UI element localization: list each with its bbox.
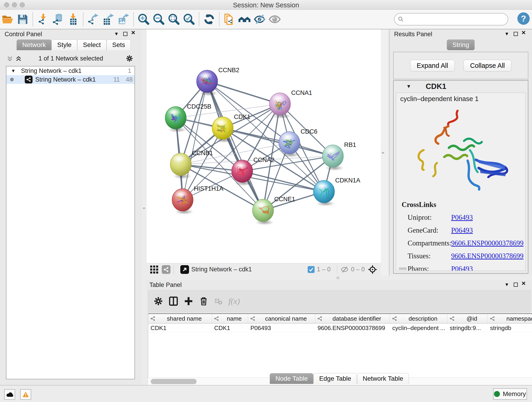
- tab-select[interactable]: Select: [77, 39, 107, 50]
- export-image-button[interactable]: [116, 12, 131, 27]
- crosslink-link[interactable]: P06493: [451, 226, 473, 235]
- delete-column-trash-icon[interactable]: [199, 296, 209, 306]
- table-settings-gear-icon[interactable]: [153, 296, 163, 306]
- show-all-button[interactable]: [267, 12, 282, 27]
- crosslink-link[interactable]: 9606.ENSP00000378699: [451, 239, 524, 247]
- collapse-all-button[interactable]: Collapse All: [463, 60, 512, 71]
- cell-namespace[interactable]: stringdb: [488, 324, 532, 332]
- node-label-CCNB1: CCNB1: [192, 150, 213, 157]
- memory-button[interactable]: Memory: [493, 388, 527, 400]
- results-scrollbar-thumb[interactable]: [399, 268, 407, 270]
- crosslink-link[interactable]: P06493: [451, 213, 473, 222]
- string-tab-label[interactable]: String: [447, 39, 475, 50]
- function-builder-icon-disabled: f(x): [228, 296, 240, 306]
- search-input[interactable]: [404, 16, 500, 23]
- gear-icon[interactable]: [126, 55, 133, 62]
- search-box[interactable]: [394, 13, 508, 26]
- collapse-gene-icon[interactable]: ▼: [406, 83, 411, 89]
- clone-network-button[interactable]: [222, 12, 237, 27]
- network-collection-row[interactable]: ▼ String Network – cdk1 1: [6, 66, 134, 75]
- gene-description: cyclin–dependent kinase 1: [400, 95, 525, 103]
- panel-float-icon[interactable]: [514, 32, 518, 36]
- crosslink-row: Uniprot:P06493: [396, 213, 525, 222]
- tab-sets[interactable]: Sets: [107, 39, 131, 50]
- open-file-button[interactable]: [0, 12, 15, 27]
- table-panel-header: Table Panel ▾ ×: [147, 280, 532, 289]
- tab-node-table[interactable]: Node Table: [270, 373, 313, 384]
- fit-content-crosshair-icon[interactable]: [368, 265, 377, 274]
- cell-@id[interactable]: stringdb:9...: [447, 324, 488, 332]
- panel-float-icon[interactable]: [514, 283, 518, 287]
- import-network-database-button[interactable]: [51, 12, 65, 27]
- panel-close-icon[interactable]: ×: [521, 30, 526, 36]
- table-row[interactable]: CDK1CDK1P064939606.ENSP00000378699cyclin…: [148, 324, 532, 332]
- cell-database-identifier[interactable]: 9606.ENSP00000378699: [315, 324, 390, 332]
- warning-triangle-icon: [22, 391, 29, 397]
- zoom-selected-button[interactable]: [181, 12, 196, 27]
- export-table-icon: [102, 13, 114, 26]
- cell-shared-name[interactable]: CDK1: [148, 324, 212, 332]
- show-columns-icon[interactable]: [168, 296, 178, 306]
- cell-canonical-name[interactable]: P06493: [248, 324, 315, 332]
- right-splitter-handle[interactable]: [381, 150, 385, 155]
- panel-close-icon[interactable]: ×: [521, 280, 526, 286]
- gene-card-header[interactable]: ▼ CDK1: [394, 81, 528, 92]
- hide-selected-button[interactable]: [252, 12, 267, 27]
- column-header-namespace[interactable]: namespace: [488, 314, 532, 323]
- crosslink-label: Tissues:: [408, 252, 451, 260]
- import-network-file-button[interactable]: [35, 12, 51, 27]
- cloud-status-button[interactable]: [4, 389, 15, 400]
- tab-edge-table[interactable]: Edge Table: [313, 373, 357, 384]
- tab-style[interactable]: Style: [51, 39, 77, 50]
- tab-network-table[interactable]: Network Table: [357, 373, 409, 384]
- column-header-database-identifier[interactable]: database identifier: [315, 314, 390, 323]
- left-splitter-handle[interactable]: [142, 206, 146, 211]
- cloud-icon: [6, 391, 13, 397]
- cell-name[interactable]: CDK1: [212, 324, 248, 332]
- help-button[interactable]: ?: [517, 12, 530, 25]
- import-table-button[interactable]: [65, 12, 81, 27]
- zoom-fit-button[interactable]: [166, 12, 181, 27]
- eye-icon: [268, 13, 281, 26]
- zoom-in-button[interactable]: [136, 12, 151, 27]
- panel-menu-icon[interactable]: ▾: [114, 31, 119, 37]
- cell-description[interactable]: cyclin–dependent ...: [390, 324, 447, 332]
- export-network-icon: [87, 13, 99, 26]
- panel-close-icon[interactable]: ×: [131, 30, 135, 36]
- string-tab[interactable]: String: [447, 39, 475, 50]
- network-row[interactable]: String Network – cdk1 11 48: [6, 75, 134, 84]
- save-session-button[interactable]: [15, 12, 30, 27]
- panel-float-icon[interactable]: [123, 32, 127, 36]
- column-header-canonical-name[interactable]: canonical name: [248, 314, 315, 323]
- node-label-CCNA2: CCNA2: [253, 157, 274, 163]
- tree-expand-icon[interactable]: ▼: [11, 68, 16, 74]
- crosslink-link[interactable]: 9606.ENSP00000378699: [451, 252, 524, 260]
- grid-view-icon[interactable]: [150, 265, 158, 274]
- selected-checkbox-icon[interactable]: [308, 266, 315, 273]
- zoom-out-button[interactable]: [151, 12, 166, 27]
- tab-network[interactable]: Network: [17, 39, 51, 50]
- column-header-@id[interactable]: @id: [447, 314, 488, 323]
- column-header-shared-name[interactable]: shared name: [148, 314, 212, 323]
- add-column-icon[interactable]: [184, 296, 194, 306]
- network-view-icon[interactable]: [162, 265, 171, 274]
- control-panel-title: Control Panel: [5, 31, 42, 38]
- column-header-description[interactable]: description: [390, 314, 447, 323]
- crosslink-link[interactable]: P06493: [451, 265, 473, 271]
- right-splitter[interactable]: [381, 29, 389, 275]
- horizontal-splitter-handle[interactable]: [336, 276, 340, 279]
- expand-all-button[interactable]: Expand All: [410, 60, 455, 71]
- node-table: shared namenamecanonical namedatabase id…: [148, 313, 532, 377]
- left-splitter[interactable]: [142, 29, 147, 385]
- refresh-button[interactable]: [202, 12, 217, 27]
- show-neighbors-button[interactable]: [237, 12, 252, 27]
- panel-menu-icon[interactable]: ▾: [505, 281, 509, 287]
- horizontal-splitter[interactable]: [147, 275, 532, 280]
- network-canvas[interactable]: CCNB2CCNA1CDC25BCDK1CDC6RB1CCNB1CCNA2CDK…: [147, 29, 381, 263]
- detach-view-icon[interactable]: [180, 265, 189, 274]
- panel-menu-icon[interactable]: ▾: [505, 31, 509, 37]
- export-network-button[interactable]: [86, 12, 101, 27]
- warnings-button[interactable]: [20, 389, 31, 400]
- export-table-button[interactable]: [101, 12, 116, 27]
- column-header-name[interactable]: name: [212, 314, 248, 323]
